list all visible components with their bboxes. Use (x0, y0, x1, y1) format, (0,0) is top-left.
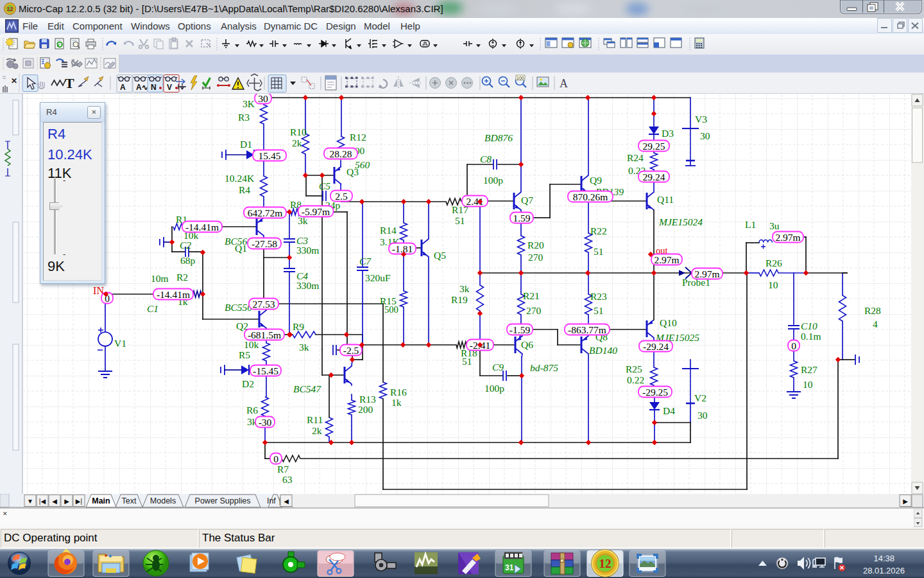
svg-text:C8: C8 (480, 153, 492, 164)
svg-text:A: A (560, 77, 568, 90)
svg-text:63: 63 (282, 474, 293, 485)
svg-text:D3: D3 (662, 128, 674, 139)
svg-text:R21: R21 (523, 290, 540, 301)
svg-text:R10: R10 (290, 127, 307, 137)
svg-text:V3: V3 (695, 114, 707, 125)
svg-text:10: 10 (768, 279, 778, 290)
svg-text:R5: R5 (239, 349, 250, 360)
svg-text:3k: 3k (459, 283, 470, 294)
svg-text:30: 30 (258, 93, 268, 104)
svg-text:R14: R14 (380, 225, 397, 236)
svg-text:200: 200 (358, 404, 373, 415)
svg-text:▶: ▶ (64, 498, 69, 505)
svg-text:2.97m: 2.97m (654, 254, 679, 265)
svg-text:28.01.2026: 28.01.2026 (863, 566, 905, 575)
svg-text:2.97m: 2.97m (694, 268, 719, 279)
svg-text:R26: R26 (766, 258, 782, 268)
svg-text:2k: 2k (312, 425, 322, 436)
svg-text:2.97m: 2.97m (775, 232, 800, 243)
svg-text:-29.25: -29.25 (642, 387, 668, 398)
svg-text:12: 12 (599, 557, 612, 570)
svg-text:C1: C1 (147, 303, 158, 314)
svg-text:V: V (167, 83, 172, 92)
svg-text:Q11: Q11 (657, 194, 674, 205)
svg-text:BC547: BC547 (293, 383, 321, 394)
svg-text:10: 10 (803, 379, 813, 390)
svg-text:R24: R24 (627, 152, 644, 163)
svg-text:1.59: 1.59 (513, 213, 530, 223)
svg-text:C7: C7 (359, 256, 372, 267)
svg-text:Q6: Q6 (521, 339, 533, 350)
svg-text:27.53: 27.53 (253, 299, 275, 310)
svg-text:0.22: 0.22 (627, 374, 644, 385)
svg-text:N: N (151, 83, 157, 92)
svg-text:330m: 330m (296, 245, 319, 256)
svg-text:642.72m: 642.72m (248, 207, 283, 218)
svg-text:R19: R19 (451, 294, 468, 305)
svg-text:-14.41m: -14.41m (185, 222, 219, 232)
svg-text:R28: R28 (864, 305, 881, 316)
svg-text:Main: Main (92, 496, 110, 505)
svg-text:2k: 2k (292, 137, 302, 148)
svg-text:Q3: Q3 (346, 166, 359, 177)
svg-text:-863.77m: -863.77m (568, 324, 606, 335)
svg-text:320uF: 320uF (365, 272, 391, 283)
svg-text:3k: 3k (299, 342, 309, 353)
svg-text:▶|: ▶| (76, 498, 82, 505)
svg-text:15.45: 15.45 (259, 150, 281, 161)
svg-text:R25: R25 (626, 363, 642, 374)
svg-text:51: 51 (594, 305, 604, 316)
svg-text:-2.5: -2.5 (343, 345, 359, 356)
svg-text:R9: R9 (293, 321, 304, 332)
svg-text:-30: -30 (259, 417, 272, 428)
svg-text:Q5: Q5 (434, 250, 446, 261)
svg-text:Q1: Q1 (235, 243, 247, 254)
svg-text:R3: R3 (238, 112, 250, 123)
svg-text:V1: V1 (114, 338, 126, 349)
svg-text:51: 51 (455, 215, 465, 226)
svg-text:R16: R16 (390, 387, 407, 398)
svg-text:68p: 68p (180, 255, 196, 266)
svg-text:-29.24: -29.24 (643, 341, 669, 352)
svg-text:0.1m: 0.1m (801, 331, 821, 342)
svg-text:-14.41m: -14.41m (157, 289, 190, 300)
svg-text:C10: C10 (801, 320, 817, 331)
svg-text:✕: ✕ (11, 76, 17, 85)
svg-text:Q10: Q10 (660, 317, 677, 328)
svg-text:330m: 330m (296, 280, 319, 291)
svg-text:R20: R20 (527, 240, 544, 250)
svg-text:R12: R12 (350, 132, 366, 143)
svg-text:270: 270 (528, 252, 543, 263)
svg-text:R22: R22 (590, 225, 607, 236)
svg-text:Text: Text (122, 496, 137, 505)
svg-text:10m: 10m (151, 273, 169, 284)
svg-text:0: 0 (791, 340, 796, 351)
svg-text:-681.5m: -681.5m (248, 329, 281, 340)
svg-text:R23: R23 (590, 291, 607, 302)
svg-text:C5: C5 (319, 180, 330, 191)
svg-text:R27: R27 (801, 364, 817, 375)
svg-text:BD140: BD140 (589, 345, 617, 356)
svg-text:31: 31 (505, 563, 514, 572)
svg-text:4: 4 (873, 319, 878, 329)
svg-text:-15.45: -15.45 (253, 365, 278, 376)
svg-text:R7: R7 (277, 464, 289, 475)
svg-text:▼: ▼ (27, 498, 33, 505)
svg-text:30: 30 (700, 130, 710, 141)
svg-text:T: T (65, 75, 74, 91)
svg-text:10.24K: 10.24K (225, 173, 255, 184)
svg-text:-1.81: -1.81 (392, 243, 413, 254)
svg-text:◀: ◀ (284, 498, 289, 505)
svg-text:-27.58: -27.58 (252, 238, 277, 249)
svg-text:R13: R13 (359, 394, 376, 405)
svg-text:51: 51 (462, 356, 472, 367)
svg-text:-5.97m: -5.97m (302, 206, 330, 217)
svg-text:3u: 3u (769, 220, 780, 231)
svg-text:Q9: Q9 (590, 175, 602, 186)
svg-text:◀: ◀ (52, 498, 57, 505)
svg-text:A: A (120, 83, 126, 92)
svg-text:29.25: 29.25 (643, 141, 665, 152)
svg-text:BC550: BC550 (225, 302, 252, 313)
svg-text:BD876: BD876 (484, 132, 513, 143)
svg-text:29.24: 29.24 (643, 171, 665, 182)
